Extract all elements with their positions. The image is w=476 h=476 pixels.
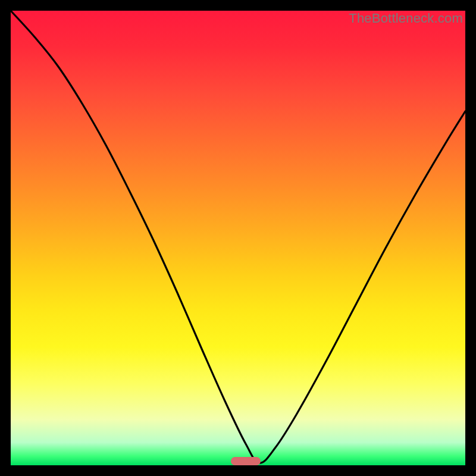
plot-area: TheBottleneck.com <box>11 11 465 465</box>
chart-canvas: TheBottleneck.com <box>0 0 476 476</box>
bottleneck-curve <box>11 11 465 465</box>
optimal-marker <box>231 457 261 465</box>
